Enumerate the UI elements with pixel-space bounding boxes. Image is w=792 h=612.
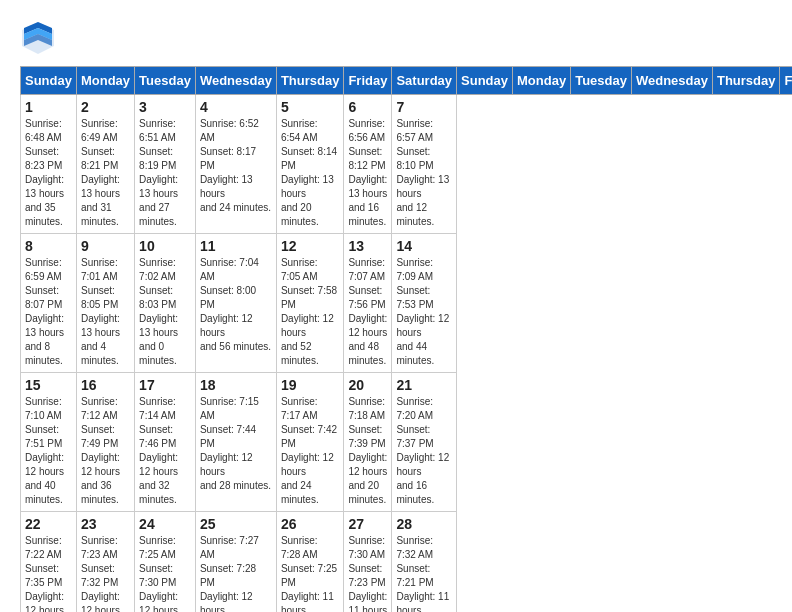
calendar-week-2: 8Sunrise: 6:59 AMSunset: 8:07 PMDaylight… xyxy=(21,234,793,373)
calendar-table: SundayMondayTuesdayWednesdayThursdayFrid… xyxy=(20,66,792,612)
day-number: 18 xyxy=(200,377,272,393)
day-info: Sunrise: 7:25 AMSunset: 7:30 PMDaylight:… xyxy=(139,535,178,612)
day-info: Sunrise: 7:10 AMSunset: 7:51 PMDaylight:… xyxy=(25,396,64,505)
calendar-day-22: 22Sunrise: 7:22 AMSunset: 7:35 PMDayligh… xyxy=(21,512,77,613)
day-info: Sunrise: 7:23 AMSunset: 7:32 PMDaylight:… xyxy=(81,535,120,612)
calendar-day-23: 23Sunrise: 7:23 AMSunset: 7:32 PMDayligh… xyxy=(76,512,134,613)
day-number: 6 xyxy=(348,99,387,115)
day-info: Sunrise: 7:17 AMSunset: 7:42 PMDaylight:… xyxy=(281,396,337,505)
day-info: Sunrise: 7:18 AMSunset: 7:39 PMDaylight:… xyxy=(348,396,387,505)
calendar-day-5: 5Sunrise: 6:54 AMSunset: 8:14 PMDaylight… xyxy=(276,95,344,234)
calendar-day-13: 13Sunrise: 7:07 AMSunset: 7:56 PMDayligh… xyxy=(344,234,392,373)
day-number: 4 xyxy=(200,99,272,115)
calendar-day-9: 9Sunrise: 7:01 AMSunset: 8:05 PMDaylight… xyxy=(76,234,134,373)
logo xyxy=(20,20,62,56)
day-number: 27 xyxy=(348,516,387,532)
day-info: Sunrise: 7:07 AMSunset: 7:56 PMDaylight:… xyxy=(348,257,387,366)
calendar-day-1: 1Sunrise: 6:48 AMSunset: 8:23 PMDaylight… xyxy=(21,95,77,234)
day-info: Sunrise: 7:22 AMSunset: 7:35 PMDaylight:… xyxy=(25,535,64,612)
day-info: Sunrise: 7:05 AMSunset: 7:58 PMDaylight:… xyxy=(281,257,337,366)
day-number: 12 xyxy=(281,238,340,254)
day-number: 16 xyxy=(81,377,130,393)
calendar-day-24: 24Sunrise: 7:25 AMSunset: 7:30 PMDayligh… xyxy=(135,512,196,613)
calendar-day-12: 12Sunrise: 7:05 AMSunset: 7:58 PMDayligh… xyxy=(276,234,344,373)
day-info: Sunrise: 7:30 AMSunset: 7:23 PMDaylight:… xyxy=(348,535,387,612)
calendar-day-10: 10Sunrise: 7:02 AMSunset: 8:03 PMDayligh… xyxy=(135,234,196,373)
calendar-day-11: 11Sunrise: 7:04 AMSunset: 8:00 PMDayligh… xyxy=(195,234,276,373)
calendar-day-17: 17Sunrise: 7:14 AMSunset: 7:46 PMDayligh… xyxy=(135,373,196,512)
day-number: 19 xyxy=(281,377,340,393)
day-number: 25 xyxy=(200,516,272,532)
calendar-day-14: 14Sunrise: 7:09 AMSunset: 7:53 PMDayligh… xyxy=(392,234,457,373)
day-number: 20 xyxy=(348,377,387,393)
page-header xyxy=(20,20,772,56)
calendar-day-3: 3Sunrise: 6:51 AMSunset: 8:19 PMDaylight… xyxy=(135,95,196,234)
calendar-day-25: 25Sunrise: 7:27 AMSunset: 7:28 PMDayligh… xyxy=(195,512,276,613)
calendar-day-4: 4Sunrise: 6:52 AMSunset: 8:17 PMDaylight… xyxy=(195,95,276,234)
day-info: Sunrise: 7:20 AMSunset: 7:37 PMDaylight:… xyxy=(396,396,449,505)
day-info: Sunrise: 7:14 AMSunset: 7:46 PMDaylight:… xyxy=(139,396,178,505)
day-number: 26 xyxy=(281,516,340,532)
calendar-week-4: 22Sunrise: 7:22 AMSunset: 7:35 PMDayligh… xyxy=(21,512,793,613)
calendar-day-16: 16Sunrise: 7:12 AMSunset: 7:49 PMDayligh… xyxy=(76,373,134,512)
day-info: Sunrise: 7:28 AMSunset: 7:25 PMDaylight:… xyxy=(281,535,337,612)
day-number: 13 xyxy=(348,238,387,254)
day-info: Sunrise: 6:52 AMSunset: 8:17 PMDaylight:… xyxy=(200,118,271,213)
day-info: Sunrise: 7:04 AMSunset: 8:00 PMDaylight:… xyxy=(200,257,271,352)
day-info: Sunrise: 7:01 AMSunset: 8:05 PMDaylight:… xyxy=(81,257,120,366)
day-info: Sunrise: 7:12 AMSunset: 7:49 PMDaylight:… xyxy=(81,396,120,505)
calendar-day-27: 27Sunrise: 7:30 AMSunset: 7:23 PMDayligh… xyxy=(344,512,392,613)
day-header-wednesday: Wednesday xyxy=(195,67,276,95)
day-header-friday: Friday xyxy=(780,67,792,95)
calendar-day-7: 7Sunrise: 6:57 AMSunset: 8:10 PMDaylight… xyxy=(392,95,457,234)
day-info: Sunrise: 6:56 AMSunset: 8:12 PMDaylight:… xyxy=(348,118,387,227)
day-header-wednesday: Wednesday xyxy=(631,67,712,95)
day-number: 23 xyxy=(81,516,130,532)
day-number: 7 xyxy=(396,99,452,115)
day-header-tuesday: Tuesday xyxy=(571,67,632,95)
day-header-friday: Friday xyxy=(344,67,392,95)
calendar-day-20: 20Sunrise: 7:18 AMSunset: 7:39 PMDayligh… xyxy=(344,373,392,512)
day-info: Sunrise: 7:02 AMSunset: 8:03 PMDaylight:… xyxy=(139,257,178,366)
calendar-day-15: 15Sunrise: 7:10 AMSunset: 7:51 PMDayligh… xyxy=(21,373,77,512)
calendar-day-18: 18Sunrise: 7:15 AMSunset: 7:44 PMDayligh… xyxy=(195,373,276,512)
day-number: 22 xyxy=(25,516,72,532)
day-header-sunday: Sunday xyxy=(457,67,513,95)
day-number: 8 xyxy=(25,238,72,254)
calendar-day-8: 8Sunrise: 6:59 AMSunset: 8:07 PMDaylight… xyxy=(21,234,77,373)
day-number: 5 xyxy=(281,99,340,115)
day-number: 15 xyxy=(25,377,72,393)
day-header-thursday: Thursday xyxy=(276,67,344,95)
day-number: 21 xyxy=(396,377,452,393)
day-info: Sunrise: 7:27 AMSunset: 7:28 PMDaylight:… xyxy=(200,535,266,612)
day-info: Sunrise: 6:49 AMSunset: 8:21 PMDaylight:… xyxy=(81,118,120,227)
day-number: 28 xyxy=(396,516,452,532)
calendar-header-row: SundayMondayTuesdayWednesdayThursdayFrid… xyxy=(21,67,793,95)
day-header-sunday: Sunday xyxy=(21,67,77,95)
day-header-monday: Monday xyxy=(76,67,134,95)
calendar-day-6: 6Sunrise: 6:56 AMSunset: 8:12 PMDaylight… xyxy=(344,95,392,234)
day-number: 17 xyxy=(139,377,191,393)
day-number: 1 xyxy=(25,99,72,115)
day-header-saturday: Saturday xyxy=(392,67,457,95)
calendar-day-21: 21Sunrise: 7:20 AMSunset: 7:37 PMDayligh… xyxy=(392,373,457,512)
day-info: Sunrise: 7:15 AMSunset: 7:44 PMDaylight:… xyxy=(200,396,271,491)
day-info: Sunrise: 7:09 AMSunset: 7:53 PMDaylight:… xyxy=(396,257,449,366)
calendar-week-1: 1Sunrise: 6:48 AMSunset: 8:23 PMDaylight… xyxy=(21,95,793,234)
day-info: Sunrise: 6:59 AMSunset: 8:07 PMDaylight:… xyxy=(25,257,64,366)
day-number: 3 xyxy=(139,99,191,115)
day-info: Sunrise: 6:57 AMSunset: 8:10 PMDaylight:… xyxy=(396,118,449,227)
day-info: Sunrise: 6:54 AMSunset: 8:14 PMDaylight:… xyxy=(281,118,337,227)
day-number: 2 xyxy=(81,99,130,115)
day-info: Sunrise: 6:51 AMSunset: 8:19 PMDaylight:… xyxy=(139,118,178,227)
logo-icon xyxy=(20,20,56,56)
day-header-thursday: Thursday xyxy=(712,67,780,95)
day-number: 9 xyxy=(81,238,130,254)
day-number: 11 xyxy=(200,238,272,254)
day-number: 14 xyxy=(396,238,452,254)
day-info: Sunrise: 7:32 AMSunset: 7:21 PMDaylight:… xyxy=(396,535,449,612)
day-number: 10 xyxy=(139,238,191,254)
calendar-day-2: 2Sunrise: 6:49 AMSunset: 8:21 PMDaylight… xyxy=(76,95,134,234)
day-header-monday: Monday xyxy=(513,67,571,95)
day-number: 24 xyxy=(139,516,191,532)
